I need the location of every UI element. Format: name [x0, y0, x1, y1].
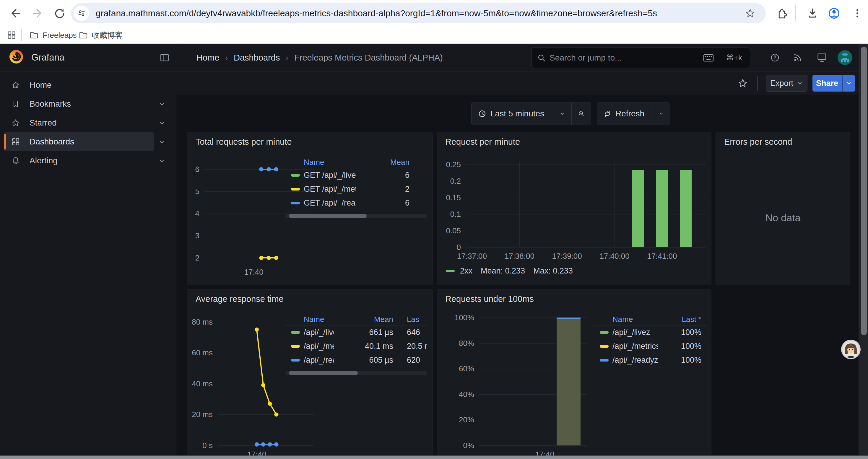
x-axis-tick-label: 17:39:00: [542, 251, 592, 261]
chevron-down-icon: [659, 110, 664, 117]
legend-value-cell: 6: [356, 171, 427, 180]
bar: [557, 318, 581, 446]
legend-row[interactable]: /api/_/readyz100%: [594, 353, 708, 367]
clock-icon: [477, 109, 487, 119]
brand-name[interactable]: Grafana: [31, 44, 64, 71]
share-menu-button[interactable]: [842, 75, 855, 92]
url-text[interactable]: grafana.mathmast.com/d/deytv4rwavabkb/fr…: [96, 3, 657, 23]
refresh-button[interactable]: Refresh: [597, 103, 653, 125]
apps-grid-icon[interactable]: [6, 30, 17, 40]
sidebar-item-alerting[interactable]: Alerting: [4, 151, 154, 170]
download-icon[interactable]: [806, 7, 819, 20]
bookmark-folder-blogs[interactable]: 收藏博客: [78, 27, 123, 44]
back-icon[interactable]: [9, 7, 22, 20]
chevron-down-icon[interactable]: [158, 157, 166, 165]
sidebar-item-bookmarks[interactable]: Bookmarks: [4, 95, 154, 113]
time-range-label: Last 5 minutes: [490, 109, 544, 119]
reload-icon[interactable]: [53, 7, 66, 20]
gridline: [545, 314, 545, 446]
extensions-icon[interactable]: [776, 7, 788, 20]
legend-header-cell: Las: [393, 315, 427, 324]
star-icon: [11, 118, 20, 128]
bookmark-folder-freeleaps[interactable]: Freeleaps: [29, 27, 77, 44]
chevron-down-icon: [845, 80, 852, 87]
user-avatar[interactable]: [838, 50, 852, 65]
breadcrumb-current-page: Freeleaps Metrics Dashboard (ALPHA): [294, 53, 443, 62]
favorite-star-icon[interactable]: [737, 78, 748, 89]
forward-icon[interactable]: [31, 7, 44, 20]
chevron-down-icon: [559, 110, 565, 117]
series-max: Max: 0.233: [533, 266, 573, 275]
series-lines: [217, 307, 313, 446]
panel-title[interactable]: Errors per second: [724, 137, 793, 147]
breadcrumb-dashboards[interactable]: Dashboards: [234, 53, 280, 62]
page-toolbar: Export Share: [176, 71, 868, 95]
y-axis-tick-label: 0%: [450, 440, 474, 451]
legend-row[interactable]: /api/_/metrics100%: [594, 339, 708, 353]
sidebar-item-label: Alerting: [30, 151, 58, 170]
chevron-down-icon[interactable]: [158, 100, 166, 108]
bar: [680, 170, 692, 247]
search-input[interactable]: Search or jump to... ⌘+k: [531, 47, 750, 68]
x-axis-tick-label: 17:41:00: [637, 251, 687, 261]
y-axis-tick-label: 40%: [450, 389, 474, 399]
legend-row[interactable]: /api/_/livez100%: [594, 326, 708, 339]
no-data-message: No data: [716, 212, 850, 224]
legend-series-cell: /api/_/livez: [594, 328, 658, 337]
folder-icon: [78, 30, 88, 40]
time-range-controls: Last 5 minutes: [471, 102, 591, 125]
gridline: [466, 214, 706, 215]
search-placeholder: Search or jump to...: [550, 48, 622, 68]
panel-title[interactable]: Requests under 100ms: [445, 294, 534, 304]
toolbar-divider: [757, 76, 758, 91]
series-swatch: [600, 331, 609, 334]
panel-title[interactable]: Average response time: [195, 294, 284, 304]
sidebar-item-label: Bookmarks: [30, 95, 71, 113]
zoom-out-button[interactable]: [571, 103, 591, 125]
scrollbar-thumb[interactable]: [861, 47, 867, 335]
grafana-logo-icon[interactable]: [8, 48, 25, 65]
time-range-button[interactable]: Last 5 minutes: [471, 103, 571, 125]
breadcrumb-home[interactable]: Home: [196, 53, 219, 62]
gridline: [479, 446, 587, 446]
site-settings-button[interactable]: [74, 6, 89, 21]
sidebar-header: Grafana: [0, 44, 176, 71]
y-axis-tick-label: 4: [187, 208, 199, 219]
export-label: Export: [770, 79, 793, 88]
zoom-out-icon: [578, 109, 585, 119]
menu-kebab-icon[interactable]: [851, 7, 863, 20]
export-button[interactable]: Export: [766, 75, 807, 92]
bookmark-star-icon[interactable]: [745, 8, 756, 19]
assistant-avatar[interactable]: [841, 339, 861, 359]
legend-series-cell: /api/_/readyz: [594, 356, 658, 365]
panel-requests-under-100ms: Requests under 100ms NameLast */api/_/li…: [437, 289, 711, 459]
sidebar-item-home[interactable]: Home: [4, 76, 154, 95]
panel-legend-table: NameLast */api/_/livez100%/api/_/metrics…: [594, 314, 708, 367]
sidebar-item-dashboards[interactable]: Dashboards: [4, 132, 154, 151]
panel-legend-inline[interactable]: 2xx Mean: 0.233 Max: 0.233: [446, 267, 573, 275]
refresh-interval-button[interactable]: [653, 103, 670, 125]
chevron-down-icon[interactable]: [158, 119, 166, 127]
breadcrumb-separator: ›: [280, 54, 294, 62]
legend-header-cell: Mean: [334, 315, 393, 324]
panel-errors-per-second: Errors per second No data: [716, 132, 850, 285]
share-button[interactable]: Share: [812, 75, 842, 92]
address-bar[interactable]: grafana.mathmast.com/d/deytv4rwavabkb/fr…: [71, 3, 766, 23]
profile-icon[interactable]: [827, 6, 841, 20]
panel-title[interactable]: Total requests per minute: [195, 137, 292, 147]
chevron-down-icon[interactable]: [158, 138, 166, 146]
monitor-icon[interactable]: [816, 52, 828, 64]
panel-average-response-time: Average response time NameMeanLas/api/_/…: [187, 289, 433, 459]
collapse-sidebar-icon[interactable]: [159, 52, 170, 63]
sidebar-item-starred[interactable]: Starred: [4, 113, 154, 132]
series-name: /api/_/readyz: [613, 356, 658, 365]
bar: [632, 170, 644, 247]
gridline: [466, 231, 706, 231]
help-icon[interactable]: ?: [770, 52, 780, 63]
y-axis-tick-label: 0.2: [437, 176, 461, 186]
panel-title[interactable]: Request per minute: [445, 137, 520, 147]
legend-series-cell: /api/_/metrics: [594, 342, 658, 351]
sidebar-item-label: Dashboards: [30, 132, 74, 151]
news-rss-icon[interactable]: [793, 52, 803, 63]
y-axis-tick-label: 0.15: [437, 193, 461, 203]
